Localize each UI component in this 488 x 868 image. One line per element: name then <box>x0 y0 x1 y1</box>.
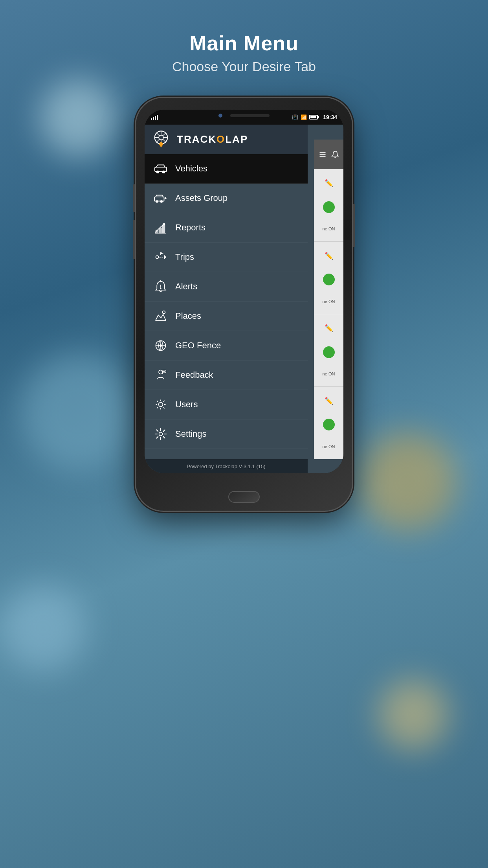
svg-point-40 <box>160 345 161 346</box>
svg-marker-28 <box>164 255 166 259</box>
svg-line-12 <box>156 139 159 142</box>
vehicles-icon <box>154 162 167 175</box>
on-text-1: ne ON <box>323 226 335 231</box>
menu-item-vehicles[interactable]: Vehicles <box>145 154 308 184</box>
right-panel-row-2: ✏️ ne ON <box>314 242 343 314</box>
app-header: TRACKOLAP <box>145 125 308 154</box>
right-panel-row-3: ✏️ ne ON <box>314 314 343 387</box>
svg-rect-24 <box>163 225 165 233</box>
edit-icon-3[interactable]: ✏️ <box>325 324 333 333</box>
page-header: Main Menu Choose Your Desire Tab <box>172 31 316 74</box>
svg-rect-22 <box>156 230 158 234</box>
svg-line-9 <box>156 132 159 135</box>
right-panel-row-1: ✏️ ne ON <box>314 169 343 242</box>
settings-label: Settings <box>175 429 207 439</box>
edit-icon-1[interactable]: ✏️ <box>325 179 333 188</box>
app-footer: Powered by Trackolap V-3.1.1 (15) <box>145 459 308 473</box>
page-title: Main Menu <box>172 31 316 55</box>
places-icon <box>154 309 167 323</box>
menu-item-users[interactable]: Users <box>145 390 308 419</box>
status-dot-1 <box>323 201 335 213</box>
menu-item-feedback[interactable]: Feedback <box>145 360 308 390</box>
svg-rect-23 <box>159 228 161 233</box>
feedback-icon <box>154 368 167 382</box>
phone-device: 📳 📶 19:34 <box>136 98 352 511</box>
right-bell-icon <box>331 151 339 158</box>
status-dot-3 <box>323 346 335 358</box>
right-panel: ✏️ ne ON ✏️ ne ON ✏️ ne ON ✏️ ne <box>314 140 343 459</box>
svg-line-10 <box>163 139 165 142</box>
logo-text: TRACKOLAP <box>177 133 248 145</box>
logo-container: TRACKOLAP <box>151 129 248 150</box>
menu-item-reports[interactable]: Reports <box>145 213 308 243</box>
status-dot-4 <box>323 419 335 430</box>
right-panel-header <box>314 140 343 169</box>
menu-item-trips[interactable]: Trips <box>145 243 308 272</box>
svg-point-26 <box>156 256 159 258</box>
svg-rect-15 <box>155 167 167 171</box>
users-icon <box>154 398 167 411</box>
menu-item-geo-fence[interactable]: GEO Fence <box>145 331 308 360</box>
svg-rect-18 <box>154 197 164 201</box>
reports-label: Reports <box>175 223 205 233</box>
alerts-icon <box>154 280 167 293</box>
alerts-label: Alerts <box>175 281 197 292</box>
menu-drawer: TRACKOLAP <box>145 125 308 473</box>
feedback-label: Feedback <box>175 370 213 380</box>
trips-label: Trips <box>175 252 194 262</box>
menu-item-settings[interactable]: Settings <box>145 419 308 449</box>
app-content: ✏️ ne ON ✏️ ne ON ✏️ ne ON ✏️ ne <box>145 125 343 473</box>
svg-line-11 <box>163 132 165 135</box>
bokeh-5 <box>0 585 86 671</box>
volume-up-button[interactable] <box>133 184 135 212</box>
home-button[interactable] <box>228 491 260 503</box>
phone-screen: 📳 📶 19:34 <box>145 110 343 473</box>
svg-point-19 <box>156 200 158 202</box>
menu-item-places[interactable]: Places <box>145 302 308 331</box>
bokeh-2 <box>358 432 457 531</box>
svg-point-47 <box>159 432 163 436</box>
bokeh-4 <box>378 679 449 750</box>
geo-fence-icon <box>154 339 167 352</box>
svg-point-16 <box>157 171 159 173</box>
settings-icon <box>154 427 167 441</box>
power-button[interactable] <box>353 204 355 247</box>
bokeh-3 <box>39 79 118 157</box>
app-logo-icon <box>151 129 171 150</box>
page-subtitle: Choose Your Desire Tab <box>172 59 316 74</box>
right-panel-row-4: ✏️ ne ON <box>314 387 343 460</box>
svg-point-4 <box>159 135 163 140</box>
svg-point-17 <box>163 171 165 173</box>
phone-top-bar <box>145 110 343 121</box>
menu-item-assets-group[interactable]: Assets Group <box>145 184 308 213</box>
earpiece <box>230 114 270 117</box>
menu-toggle-icon <box>319 151 327 158</box>
on-text-2: ne ON <box>323 299 335 304</box>
on-text-3: ne ON <box>323 371 335 376</box>
trips-icon <box>154 250 167 264</box>
svg-marker-30 <box>161 252 163 254</box>
reports-icon <box>154 221 167 234</box>
front-camera <box>218 114 222 118</box>
assets-group-label: Assets Group <box>175 193 227 203</box>
edit-icon-4[interactable]: ✏️ <box>325 397 333 405</box>
svg-point-33 <box>160 288 161 289</box>
menu-list: Vehicles Asse <box>145 154 308 459</box>
places-label: Places <box>175 311 201 321</box>
bokeh-1 <box>20 354 138 472</box>
menu-item-alerts[interactable]: Alerts <box>145 272 308 302</box>
geo-fence-label: GEO Fence <box>175 340 221 351</box>
footer-text: Powered by Trackolap V-3.1.1 (15) <box>187 463 265 469</box>
svg-point-46 <box>159 403 163 407</box>
users-label: Users <box>175 399 198 410</box>
edit-icon-2[interactable]: ✏️ <box>325 252 333 260</box>
on-text-4: ne ON <box>323 444 335 449</box>
vehicles-label: Vehicles <box>175 164 207 174</box>
status-dot-2 <box>323 274 335 285</box>
assets-group-icon <box>154 191 167 205</box>
svg-point-34 <box>162 311 165 314</box>
volume-down-button[interactable] <box>133 220 135 259</box>
svg-point-20 <box>161 200 163 202</box>
svg-point-14 <box>160 142 163 145</box>
